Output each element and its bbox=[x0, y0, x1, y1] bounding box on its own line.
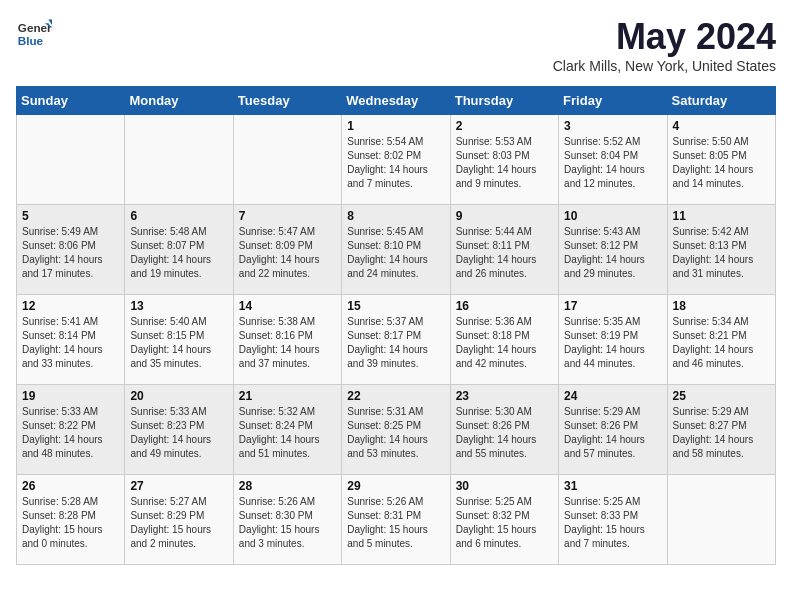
cell-info: Sunrise: 5:42 AM Sunset: 8:13 PM Dayligh… bbox=[673, 225, 770, 281]
cell-info: Sunrise: 5:50 AM Sunset: 8:05 PM Dayligh… bbox=[673, 135, 770, 191]
calendar-cell: 9Sunrise: 5:44 AM Sunset: 8:11 PM Daylig… bbox=[450, 205, 558, 295]
day-number: 11 bbox=[673, 209, 770, 223]
calendar-week-row: 1Sunrise: 5:54 AM Sunset: 8:02 PM Daylig… bbox=[17, 115, 776, 205]
calendar-week-row: 26Sunrise: 5:28 AM Sunset: 8:28 PM Dayli… bbox=[17, 475, 776, 565]
day-number: 26 bbox=[22, 479, 119, 493]
calendar-cell: 21Sunrise: 5:32 AM Sunset: 8:24 PM Dayli… bbox=[233, 385, 341, 475]
calendar-cell: 3Sunrise: 5:52 AM Sunset: 8:04 PM Daylig… bbox=[559, 115, 667, 205]
calendar-cell: 29Sunrise: 5:26 AM Sunset: 8:31 PM Dayli… bbox=[342, 475, 450, 565]
calendar-cell: 4Sunrise: 5:50 AM Sunset: 8:05 PM Daylig… bbox=[667, 115, 775, 205]
calendar-cell: 30Sunrise: 5:25 AM Sunset: 8:32 PM Dayli… bbox=[450, 475, 558, 565]
calendar-cell: 22Sunrise: 5:31 AM Sunset: 8:25 PM Dayli… bbox=[342, 385, 450, 475]
calendar-cell: 19Sunrise: 5:33 AM Sunset: 8:22 PM Dayli… bbox=[17, 385, 125, 475]
calendar-cell bbox=[233, 115, 341, 205]
cell-info: Sunrise: 5:47 AM Sunset: 8:09 PM Dayligh… bbox=[239, 225, 336, 281]
cell-info: Sunrise: 5:26 AM Sunset: 8:31 PM Dayligh… bbox=[347, 495, 444, 551]
day-number: 16 bbox=[456, 299, 553, 313]
header: General Blue May 2024 Clark Mills, New Y… bbox=[16, 16, 776, 74]
calendar-cell bbox=[17, 115, 125, 205]
calendar-cell: 31Sunrise: 5:25 AM Sunset: 8:33 PM Dayli… bbox=[559, 475, 667, 565]
calendar-table: SundayMondayTuesdayWednesdayThursdayFrid… bbox=[16, 86, 776, 565]
cell-info: Sunrise: 5:45 AM Sunset: 8:10 PM Dayligh… bbox=[347, 225, 444, 281]
day-header: Monday bbox=[125, 87, 233, 115]
day-number: 22 bbox=[347, 389, 444, 403]
day-number: 17 bbox=[564, 299, 661, 313]
calendar-cell: 14Sunrise: 5:38 AM Sunset: 8:16 PM Dayli… bbox=[233, 295, 341, 385]
cell-info: Sunrise: 5:29 AM Sunset: 8:27 PM Dayligh… bbox=[673, 405, 770, 461]
month-title: May 2024 bbox=[553, 16, 776, 58]
logo: General Blue bbox=[16, 16, 52, 52]
calendar-cell: 23Sunrise: 5:30 AM Sunset: 8:26 PM Dayli… bbox=[450, 385, 558, 475]
day-number: 27 bbox=[130, 479, 227, 493]
day-header: Tuesday bbox=[233, 87, 341, 115]
day-header: Sunday bbox=[17, 87, 125, 115]
day-number: 23 bbox=[456, 389, 553, 403]
calendar-week-row: 19Sunrise: 5:33 AM Sunset: 8:22 PM Dayli… bbox=[17, 385, 776, 475]
calendar-cell: 25Sunrise: 5:29 AM Sunset: 8:27 PM Dayli… bbox=[667, 385, 775, 475]
day-number: 14 bbox=[239, 299, 336, 313]
logo-icon: General Blue bbox=[16, 16, 52, 52]
day-number: 9 bbox=[456, 209, 553, 223]
day-number: 10 bbox=[564, 209, 661, 223]
cell-info: Sunrise: 5:44 AM Sunset: 8:11 PM Dayligh… bbox=[456, 225, 553, 281]
svg-text:General: General bbox=[18, 21, 52, 34]
day-number: 18 bbox=[673, 299, 770, 313]
cell-info: Sunrise: 5:53 AM Sunset: 8:03 PM Dayligh… bbox=[456, 135, 553, 191]
calendar-cell: 24Sunrise: 5:29 AM Sunset: 8:26 PM Dayli… bbox=[559, 385, 667, 475]
day-number: 1 bbox=[347, 119, 444, 133]
calendar-cell: 17Sunrise: 5:35 AM Sunset: 8:19 PM Dayli… bbox=[559, 295, 667, 385]
day-number: 24 bbox=[564, 389, 661, 403]
calendar-cell bbox=[125, 115, 233, 205]
location-title: Clark Mills, New York, United States bbox=[553, 58, 776, 74]
cell-info: Sunrise: 5:30 AM Sunset: 8:26 PM Dayligh… bbox=[456, 405, 553, 461]
title-area: May 2024 Clark Mills, New York, United S… bbox=[553, 16, 776, 74]
cell-info: Sunrise: 5:41 AM Sunset: 8:14 PM Dayligh… bbox=[22, 315, 119, 371]
calendar-cell: 16Sunrise: 5:36 AM Sunset: 8:18 PM Dayli… bbox=[450, 295, 558, 385]
day-number: 8 bbox=[347, 209, 444, 223]
day-number: 28 bbox=[239, 479, 336, 493]
day-number: 29 bbox=[347, 479, 444, 493]
calendar-cell: 10Sunrise: 5:43 AM Sunset: 8:12 PM Dayli… bbox=[559, 205, 667, 295]
day-number: 2 bbox=[456, 119, 553, 133]
day-number: 3 bbox=[564, 119, 661, 133]
cell-info: Sunrise: 5:26 AM Sunset: 8:30 PM Dayligh… bbox=[239, 495, 336, 551]
day-header: Friday bbox=[559, 87, 667, 115]
day-number: 4 bbox=[673, 119, 770, 133]
cell-info: Sunrise: 5:25 AM Sunset: 8:32 PM Dayligh… bbox=[456, 495, 553, 551]
cell-info: Sunrise: 5:40 AM Sunset: 8:15 PM Dayligh… bbox=[130, 315, 227, 371]
day-number: 25 bbox=[673, 389, 770, 403]
calendar-cell: 20Sunrise: 5:33 AM Sunset: 8:23 PM Dayli… bbox=[125, 385, 233, 475]
day-number: 5 bbox=[22, 209, 119, 223]
day-number: 19 bbox=[22, 389, 119, 403]
cell-info: Sunrise: 5:28 AM Sunset: 8:28 PM Dayligh… bbox=[22, 495, 119, 551]
day-number: 30 bbox=[456, 479, 553, 493]
calendar-cell: 1Sunrise: 5:54 AM Sunset: 8:02 PM Daylig… bbox=[342, 115, 450, 205]
cell-info: Sunrise: 5:25 AM Sunset: 8:33 PM Dayligh… bbox=[564, 495, 661, 551]
cell-info: Sunrise: 5:54 AM Sunset: 8:02 PM Dayligh… bbox=[347, 135, 444, 191]
cell-info: Sunrise: 5:31 AM Sunset: 8:25 PM Dayligh… bbox=[347, 405, 444, 461]
day-number: 31 bbox=[564, 479, 661, 493]
cell-info: Sunrise: 5:49 AM Sunset: 8:06 PM Dayligh… bbox=[22, 225, 119, 281]
day-number: 12 bbox=[22, 299, 119, 313]
calendar-cell: 15Sunrise: 5:37 AM Sunset: 8:17 PM Dayli… bbox=[342, 295, 450, 385]
day-header: Thursday bbox=[450, 87, 558, 115]
cell-info: Sunrise: 5:43 AM Sunset: 8:12 PM Dayligh… bbox=[564, 225, 661, 281]
cell-info: Sunrise: 5:35 AM Sunset: 8:19 PM Dayligh… bbox=[564, 315, 661, 371]
cell-info: Sunrise: 5:32 AM Sunset: 8:24 PM Dayligh… bbox=[239, 405, 336, 461]
svg-text:Blue: Blue bbox=[18, 34, 44, 47]
cell-info: Sunrise: 5:37 AM Sunset: 8:17 PM Dayligh… bbox=[347, 315, 444, 371]
calendar-cell: 12Sunrise: 5:41 AM Sunset: 8:14 PM Dayli… bbox=[17, 295, 125, 385]
day-number: 13 bbox=[130, 299, 227, 313]
calendar-cell: 2Sunrise: 5:53 AM Sunset: 8:03 PM Daylig… bbox=[450, 115, 558, 205]
cell-info: Sunrise: 5:38 AM Sunset: 8:16 PM Dayligh… bbox=[239, 315, 336, 371]
cell-info: Sunrise: 5:36 AM Sunset: 8:18 PM Dayligh… bbox=[456, 315, 553, 371]
calendar-week-row: 12Sunrise: 5:41 AM Sunset: 8:14 PM Dayli… bbox=[17, 295, 776, 385]
cell-info: Sunrise: 5:33 AM Sunset: 8:22 PM Dayligh… bbox=[22, 405, 119, 461]
calendar-header-row: SundayMondayTuesdayWednesdayThursdayFrid… bbox=[17, 87, 776, 115]
day-number: 20 bbox=[130, 389, 227, 403]
calendar-cell: 6Sunrise: 5:48 AM Sunset: 8:07 PM Daylig… bbox=[125, 205, 233, 295]
calendar-cell: 8Sunrise: 5:45 AM Sunset: 8:10 PM Daylig… bbox=[342, 205, 450, 295]
cell-info: Sunrise: 5:29 AM Sunset: 8:26 PM Dayligh… bbox=[564, 405, 661, 461]
cell-info: Sunrise: 5:33 AM Sunset: 8:23 PM Dayligh… bbox=[130, 405, 227, 461]
calendar-cell bbox=[667, 475, 775, 565]
